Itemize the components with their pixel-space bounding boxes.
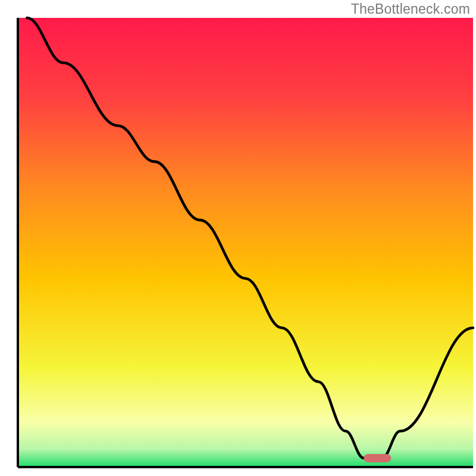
watermark-text: TheBottleneck.com bbox=[351, 1, 470, 17]
bottleneck-chart bbox=[0, 0, 476, 476]
optimal-marker bbox=[364, 454, 391, 462]
chart-container: { "watermark": "TheBottleneck.com", "cha… bbox=[0, 0, 476, 476]
